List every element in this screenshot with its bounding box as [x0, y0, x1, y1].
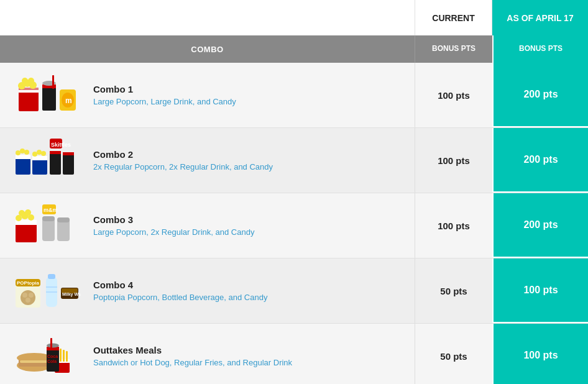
svg-text:Milky Way: Milky Way: [62, 292, 81, 297]
row-text-combo1: Combo 1 Large Popcorn, Large Drink, and …: [87, 84, 236, 106]
svg-rect-11: [52, 75, 54, 89]
combo-col-header: COMBO: [0, 35, 415, 63]
combo2-icon: Skittles: [6, 135, 87, 185]
table-row-outtakes: Coca Cola Outtakes Meals Sandwich or Hot…: [0, 324, 588, 384]
april-pts-outtakes: 100 pts: [492, 324, 588, 384]
svg-point-36: [19, 210, 25, 216]
row-desc-outtakes: Sandwich or Hot Dog, Regular Fries, and …: [93, 358, 292, 367]
svg-rect-66: [63, 350, 65, 362]
svg-rect-39: [42, 216, 55, 221]
svg-text:Coca: Coca: [47, 354, 58, 359]
table-row-combo3: m&m Combo 3 Large Popcorn, 2x Regular Dr…: [0, 193, 588, 258]
svg-point-24: [41, 151, 46, 156]
row-desc-combo1: Large Popcorn, Large Drink, and Candy: [93, 97, 236, 106]
svg-point-22: [32, 152, 37, 157]
svg-point-6: [22, 78, 28, 84]
combo-col-label: COMBO: [191, 45, 223, 54]
svg-rect-65: [60, 349, 62, 362]
outtakes-icon: Coca Cola: [6, 331, 87, 381]
svg-point-7: [28, 78, 34, 84]
current-pts-combo1: 100 pts: [415, 63, 492, 127]
svg-rect-27: [63, 152, 74, 175]
svg-point-18: [20, 149, 25, 153]
svg-point-49: [29, 293, 34, 298]
svg-rect-54: [46, 291, 57, 293]
svg-rect-67: [66, 351, 68, 362]
row-text-combo3: Combo 3 Large Popcorn, 2x Regular Drink,…: [87, 214, 254, 237]
bonus-pts-label: BONUS PTS: [432, 44, 475, 54]
svg-rect-52: [48, 274, 55, 279]
row-text-combo4: Combo 4 Poptopia Popcorn, Bottled Bevera…: [87, 280, 267, 302]
header-top: CURRENT AS OF APRIL 17: [0, 0, 588, 35]
header-spacer: [0, 0, 415, 35]
svg-point-17: [16, 150, 21, 155]
row-title-combo3: Combo 3: [93, 214, 254, 225]
current-label: CURRENT: [432, 13, 474, 23]
combo-cell-outtakes: Coca Cola Outtakes Meals Sandwich or Hot…: [0, 324, 415, 384]
current-pts-combo2: 100 pts: [415, 128, 492, 193]
row-title-combo1: Combo 1: [93, 84, 236, 94]
bonus-pts-april-label: BONUS PTS: [519, 44, 563, 54]
svg-text:m: m: [65, 96, 72, 105]
april-pts-combo4: 100 pts: [492, 258, 588, 323]
current-pts-outtakes: 50 pts: [415, 324, 492, 384]
svg-rect-61: [20, 360, 50, 363]
combo-cell-combo2: Skittles Combo 2 2x Regular Popcorn, 2x …: [0, 128, 415, 193]
current-header: CURRENT: [415, 0, 492, 35]
bonus-pts-header: BONUS PTS: [415, 35, 492, 63]
table-row-combo2: Skittles Combo 2 2x Regular Popcorn, 2x …: [0, 128, 588, 193]
row-title-combo2: Combo 2: [93, 149, 273, 160]
row-desc-combo3: Large Popcorn, 2x Regular Drink, and Can…: [93, 227, 254, 237]
combo1-icon: m: [6, 70, 87, 120]
combo-cell-combo4: POPtopia Milky Way Combo 4 Poptopia Popc…: [0, 258, 415, 323]
row-title-combo4: Combo 4: [93, 280, 267, 290]
row-desc-combo4: Poptopia Popcorn, Bottled Beverage, and …: [93, 293, 267, 302]
april-label: AS OF APRIL 17: [507, 13, 573, 23]
svg-text:POPtopia: POPtopia: [17, 280, 40, 286]
april-pts-combo2: 200 pts: [492, 128, 588, 193]
svg-rect-26: [50, 151, 61, 154]
svg-rect-41: [57, 217, 70, 222]
svg-text:Skittles: Skittles: [51, 142, 71, 148]
svg-rect-16: [16, 155, 30, 159]
table-row-combo4: POPtopia Milky Way Combo 4 Poptopia Popc…: [0, 258, 588, 324]
bonus-pts-april-header: BONUS PTS: [492, 35, 588, 63]
svg-point-70: [47, 343, 59, 347]
svg-rect-53: [46, 286, 57, 288]
row-desc-combo2: 2x Regular Popcorn, 2x Regular Drink, an…: [93, 162, 273, 171]
row-text-outtakes: Outtakes Meals Sandwich or Hot Dog, Regu…: [87, 345, 292, 367]
april-pts-combo3: 200 pts: [492, 193, 588, 258]
svg-rect-71: [50, 338, 52, 348]
row-text-combo2: Combo 2 2x Regular Popcorn, 2x Regular D…: [87, 149, 273, 171]
april-header: AS OF APRIL 17: [492, 0, 588, 35]
svg-rect-28: [63, 152, 74, 155]
column-headers: COMBO BONUS PTS BONUS PTS: [0, 35, 588, 63]
combo3-icon: m&m: [6, 201, 87, 250]
svg-point-37: [25, 209, 31, 216]
svg-point-48: [22, 293, 27, 298]
current-pts-combo3: 100 pts: [415, 193, 492, 258]
april-pts-combo1: 200 pts: [492, 63, 588, 127]
svg-point-23: [37, 150, 42, 155]
svg-text:Cola: Cola: [47, 359, 57, 363]
data-rows: m Combo 1 Large Popcorn, Large Drink, an…: [0, 63, 588, 384]
combo-cell-combo1: m Combo 1 Large Popcorn, Large Drink, an…: [0, 63, 415, 127]
svg-point-50: [25, 298, 30, 303]
table-row-combo1: m Combo 1 Large Popcorn, Large Drink, an…: [0, 63, 588, 128]
svg-rect-25: [50, 151, 61, 175]
svg-point-19: [24, 150, 29, 155]
svg-rect-21: [32, 156, 47, 160]
svg-text:m&m: m&m: [44, 207, 58, 213]
row-title-outtakes: Outtakes Meals: [93, 345, 292, 355]
combo-cell-combo3: m&m Combo 3 Large Popcorn, 2x Regular Dr…: [0, 193, 415, 258]
current-pts-combo4: 50 pts: [415, 258, 492, 323]
combo4-icon: POPtopia Milky Way: [6, 266, 87, 316]
